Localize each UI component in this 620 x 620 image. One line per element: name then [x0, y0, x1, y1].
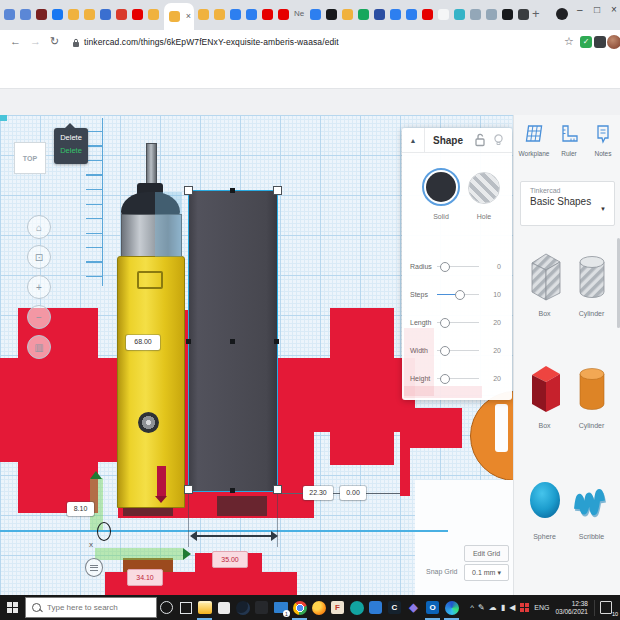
tray-icon[interactable]: ☁: [489, 603, 497, 612]
taskbar-app-app-dark[interactable]: [252, 595, 271, 620]
taskbar-app-edge[interactable]: [442, 595, 461, 620]
taskbar-app-file-explorer[interactable]: [195, 595, 214, 620]
dimension-label-3410[interactable]: 34.10: [127, 569, 163, 586]
search-input[interactable]: [45, 602, 149, 613]
extension-icon-green[interactable]: ✓: [580, 36, 592, 48]
tab-favicon[interactable]: [486, 9, 497, 20]
scale-handle-bottom-left[interactable]: [184, 485, 193, 494]
shape-category-dropdown[interactable]: Tinkercad Basic Shapes ▼: [520, 181, 615, 226]
taskbar-app-app-teal[interactable]: [347, 595, 366, 620]
edge-handle-top[interactable]: [230, 188, 235, 193]
taskbar-app-app-c[interactable]: C: [385, 595, 404, 620]
shape-box-hole[interactable]: Box: [522, 250, 567, 317]
slider-handle[interactable]: [440, 318, 450, 328]
taskbar-app-steam[interactable]: [233, 595, 252, 620]
tab-favicon[interactable]: [68, 9, 79, 20]
tray-icon[interactable]: ✎: [478, 603, 485, 612]
edit-grid-button[interactable]: Edit Grid: [464, 545, 509, 562]
taskbar-app-filezilla[interactable]: F: [328, 595, 347, 620]
slider-handle[interactable]: [455, 290, 465, 300]
rotate-handle[interactable]: [97, 522, 111, 541]
taskbar-app-chrome[interactable]: [290, 595, 309, 620]
tab-favicon[interactable]: [438, 9, 449, 20]
shape-cylinder-solid[interactable]: Cylinder: [569, 362, 614, 429]
shape-sphere[interactable]: Sphere: [522, 473, 567, 540]
window-close-button[interactable]: ×: [611, 4, 617, 15]
taskbar-app-mail[interactable]: 1: [271, 595, 290, 620]
tab-favicon[interactable]: [230, 9, 241, 20]
base-slot-right[interactable]: [217, 496, 267, 516]
tab-favicon[interactable]: [100, 9, 111, 20]
tab-close-button[interactable]: ×: [186, 10, 191, 22]
slider-track[interactable]: [437, 318, 479, 327]
tool-notes[interactable]: Notes: [586, 123, 620, 157]
red-shape-left-horizontal[interactable]: [0, 358, 118, 462]
tab-favicon[interactable]: [374, 9, 385, 20]
slider-handle[interactable]: [440, 346, 450, 356]
design-canvas[interactable]: TOP Delete Delete ⌂ ⊡ + − ▥: [0, 115, 513, 595]
tool-workplane[interactable]: Workplane: [517, 123, 551, 157]
tab-favicon[interactable]: [4, 9, 15, 20]
start-button[interactable]: [0, 595, 24, 620]
edge-handle-right[interactable]: [274, 339, 279, 344]
lock-open-icon[interactable]: [473, 133, 486, 147]
tab-favicon[interactable]: [454, 9, 465, 20]
dimension-label-2230[interactable]: 22.30: [303, 486, 333, 500]
slider-track[interactable]: [437, 346, 479, 355]
yellow-object-body[interactable]: [117, 256, 185, 508]
snap-grid-dropdown[interactable]: 0.1 mm ▾: [464, 564, 509, 581]
taskbar-app-app-diamond[interactable]: ◆: [404, 595, 423, 620]
window-minimize-button[interactable]: –: [577, 4, 583, 15]
drag-menu-handle[interactable]: [85, 558, 103, 577]
url-text[interactable]: tinkercad.com/things/6kEpW7fENxY-exquisi…: [84, 37, 339, 47]
tab-favicon[interactable]: [358, 9, 369, 20]
tab-favicon[interactable]: [84, 9, 95, 20]
tab-favicon[interactable]: [406, 9, 417, 20]
tab-favicon[interactable]: [148, 9, 159, 20]
edge-handle-bottom[interactable]: [230, 488, 235, 493]
solid-swatch[interactable]: [422, 168, 460, 206]
bookmark-star-icon[interactable]: ☆: [564, 35, 574, 48]
tab-favicon[interactable]: [518, 9, 529, 20]
tab-favicon[interactable]: [310, 9, 321, 20]
taskbar-clock[interactable]: 12:38 03/06/2021: [555, 600, 588, 616]
tab-favicon[interactable]: [342, 9, 353, 20]
tab-favicon[interactable]: [116, 9, 127, 20]
tray-icon[interactable]: ^: [470, 603, 474, 612]
tray-icon[interactable]: ▮: [501, 603, 505, 612]
reload-button[interactable]: ↻: [50, 35, 59, 48]
slider-handle[interactable]: [440, 374, 450, 384]
new-tab-button[interactable]: +: [532, 6, 540, 21]
extension-icon-dark[interactable]: [594, 36, 606, 48]
center-handle[interactable]: [230, 339, 235, 344]
language-indicator[interactable]: ENG: [534, 604, 549, 611]
dimension-label-3500[interactable]: 35.00: [212, 551, 248, 568]
scale-handle-top-right[interactable]: [273, 186, 282, 195]
crimson-stick[interactable]: [157, 466, 166, 496]
viewnav-zoom-out-button[interactable]: −: [27, 305, 51, 329]
red-shape-under-panel-leg[interactable]: [400, 448, 410, 496]
active-tab[interactable]: ×: [164, 3, 194, 30]
slider-track[interactable]: [437, 262, 479, 271]
tab-favicon[interactable]: [198, 9, 209, 20]
shape-box-solid[interactable]: Box: [522, 362, 567, 429]
browser-avatar[interactable]: [607, 35, 620, 49]
slider-value[interactable]: 20: [483, 375, 501, 382]
taskbar-app-cortana[interactable]: [157, 595, 176, 620]
taskbar-app-task-view[interactable]: [176, 595, 195, 620]
slider-handle[interactable]: [440, 262, 450, 272]
tab-favicon[interactable]: [326, 9, 337, 20]
shape-scribble[interactable]: Scribble: [569, 473, 614, 540]
panel-collapse-button[interactable]: ▲: [402, 128, 425, 152]
tab-favicon[interactable]: [502, 9, 513, 20]
tab-label[interactable]: Ne: [294, 9, 304, 18]
viewnav-home-button[interactable]: ⌂: [27, 215, 51, 239]
taskbar-app-app-blue[interactable]: [366, 595, 385, 620]
tray-grid-icon[interactable]: [520, 603, 529, 612]
viewnav-zoom-in-button[interactable]: +: [27, 275, 51, 299]
dimension-label-000[interactable]: 0.00: [340, 486, 366, 500]
browser-profile-icon[interactable]: [556, 8, 568, 20]
tab-favicon[interactable]: [422, 9, 433, 20]
taskbar-app-outlook[interactable]: O: [423, 595, 442, 620]
slider-track[interactable]: [437, 374, 479, 383]
